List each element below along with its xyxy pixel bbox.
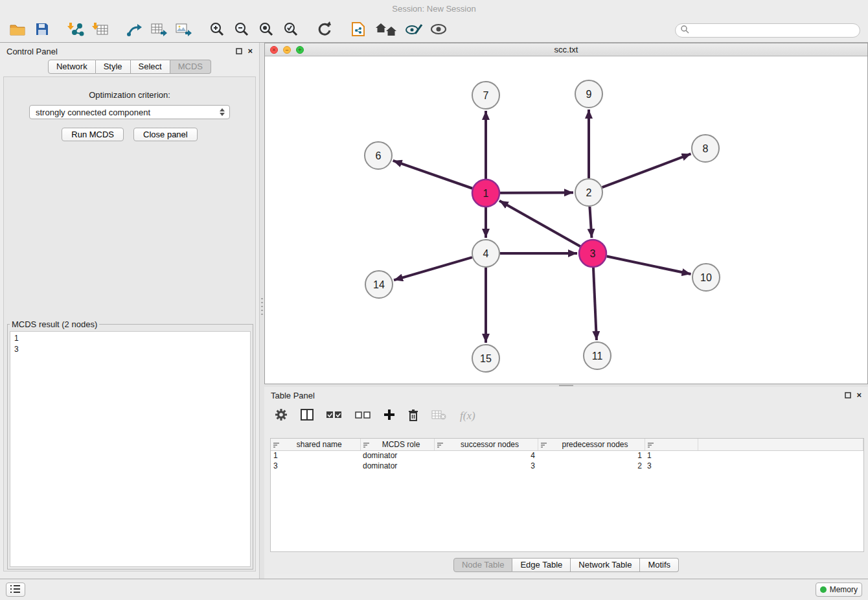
- cell-shared-name[interactable]: 3: [271, 461, 360, 471]
- zoom-selected-button[interactable]: [281, 21, 301, 40]
- cell-name[interactable]: 3: [645, 461, 698, 471]
- save-session-button[interactable]: [32, 21, 52, 40]
- close-panel-button[interactable]: Close panel: [133, 128, 198, 141]
- graph-edge-1-2[interactable]: [500, 192, 573, 193]
- svg-text:1: 1: [483, 188, 489, 199]
- cell-name[interactable]: 1: [645, 450, 698, 461]
- graph-edge-3-11[interactable]: [593, 268, 597, 340]
- toolbar-search[interactable]: [675, 23, 860, 38]
- export-image-button[interactable]: [174, 21, 193, 40]
- delete-table-button[interactable]: [431, 410, 447, 422]
- mcds-result-list[interactable]: 1 3: [10, 331, 251, 567]
- home-pages-button[interactable]: [373, 21, 399, 40]
- graph-node-6[interactable]: 6: [365, 142, 392, 169]
- graph-edge-4-14[interactable]: [394, 257, 472, 280]
- trash-icon: [408, 409, 418, 424]
- style-preview-button[interactable]: [404, 21, 424, 40]
- float-panel-icon[interactable]: [845, 391, 851, 400]
- search-icon: [681, 25, 689, 36]
- table-row[interactable]: 1 dominator 4 1 1: [271, 450, 863, 461]
- delete-table-icon: [431, 410, 447, 422]
- node-table[interactable]: shared name MCDS role successor nodes pr…: [270, 438, 864, 552]
- open-file-button[interactable]: [8, 21, 27, 40]
- cell-successor-nodes[interactable]: 3: [434, 461, 538, 471]
- graph-node-7[interactable]: 7: [472, 82, 499, 109]
- close-window-icon[interactable]: ×: [270, 46, 278, 54]
- minimize-window-icon[interactable]: –: [283, 46, 291, 54]
- network-window-title: scc.txt: [554, 45, 578, 54]
- splitter-grip: [559, 385, 573, 386]
- show-graphics-button[interactable]: [429, 21, 448, 40]
- select-all-button[interactable]: [326, 410, 342, 422]
- column-header-shared-name[interactable]: shared name: [271, 439, 360, 450]
- graph-node-9[interactable]: 9: [575, 80, 602, 108]
- delete-column-button[interactable]: [408, 409, 418, 424]
- table-row[interactable]: 3 dominator 3 2 3: [271, 461, 863, 471]
- graph-node-3[interactable]: 3: [579, 240, 606, 267]
- graph-node-2[interactable]: 2: [575, 179, 602, 206]
- zoom-in-button[interactable]: [207, 21, 227, 40]
- table-settings-button[interactable]: [275, 408, 288, 424]
- cell-predecessor-nodes[interactable]: 2: [538, 461, 645, 471]
- task-history-button[interactable]: [6, 583, 25, 597]
- cell-filler: [698, 461, 863, 471]
- optimization-criterion-label: Optimization criterion:: [4, 90, 255, 100]
- graph-node-8[interactable]: 8: [692, 135, 719, 162]
- cell-shared-name[interactable]: 1: [271, 450, 360, 461]
- network-canvas[interactable]: 7968124314101511: [265, 56, 867, 384]
- cell-mcds-role[interactable]: dominator: [360, 461, 434, 471]
- graph-edge-2-8[interactable]: [602, 154, 691, 187]
- export-network-button[interactable]: [124, 21, 144, 40]
- import-table-button[interactable]: [91, 21, 110, 40]
- search-input[interactable]: [692, 25, 854, 36]
- column-header-predecessor-nodes[interactable]: predecessor nodes: [538, 439, 645, 450]
- tab-node-table[interactable]: Node Table: [453, 558, 513, 572]
- document-network-icon: [351, 21, 365, 40]
- column-header-name[interactable]: [645, 439, 698, 450]
- cell-predecessor-nodes[interactable]: 1: [538, 450, 645, 461]
- column-header-successor-nodes[interactable]: successor nodes: [434, 439, 538, 450]
- maximize-window-icon[interactable]: +: [296, 46, 304, 54]
- network-graph[interactable]: 7968124314101511: [265, 56, 867, 384]
- open-session-file-button[interactable]: [348, 21, 368, 40]
- graph-node-14[interactable]: 14: [365, 271, 393, 298]
- add-column-button[interactable]: [383, 409, 395, 423]
- tab-mcds[interactable]: MCDS: [170, 60, 211, 74]
- tab-motifs[interactable]: Motifs: [640, 558, 679, 572]
- tab-style[interactable]: Style: [96, 60, 131, 74]
- svg-text:2: 2: [586, 187, 592, 198]
- cell-mcds-role[interactable]: dominator: [360, 450, 434, 461]
- tab-edge-table[interactable]: Edge Table: [512, 558, 571, 572]
- memory-button[interactable]: Memory: [816, 583, 862, 597]
- float-panel-icon[interactable]: [236, 47, 242, 56]
- criterion-dropdown[interactable]: strongly connected component: [29, 105, 230, 119]
- tab-select[interactable]: Select: [131, 60, 170, 74]
- cell-successor-nodes[interactable]: 4: [434, 450, 538, 461]
- function-builder-button[interactable]: f(x): [460, 410, 475, 422]
- close-panel-icon[interactable]: ×: [856, 392, 862, 398]
- mcds-result-line: 1: [14, 333, 246, 344]
- vertical-splitter[interactable]: [259, 43, 264, 579]
- zoom-out-button[interactable]: [232, 21, 251, 40]
- export-table-button[interactable]: [149, 21, 168, 40]
- column-header-mcds-role[interactable]: MCDS role: [360, 439, 434, 450]
- tab-network[interactable]: Network: [48, 60, 96, 74]
- import-network-button[interactable]: [66, 21, 86, 40]
- graph-node-4[interactable]: 4: [472, 240, 499, 267]
- close-panel-icon[interactable]: ×: [247, 48, 253, 54]
- deselect-all-button[interactable]: [355, 410, 371, 422]
- graph-node-1[interactable]: 1: [472, 179, 499, 207]
- show-columns-button[interactable]: [301, 409, 314, 423]
- zoom-fit-button[interactable]: [257, 21, 276, 40]
- run-mcds-button[interactable]: Run MCDS: [62, 128, 124, 141]
- graph-edge-3-1[interactable]: [499, 201, 580, 246]
- tab-network-table[interactable]: Network Table: [571, 558, 640, 572]
- graph-edge-3-10[interactable]: [607, 257, 691, 274]
- graph-edge-2-3[interactable]: [589, 207, 591, 238]
- graph-node-11[interactable]: 11: [584, 342, 611, 369]
- refresh-button[interactable]: [315, 21, 334, 40]
- graph-node-15[interactable]: 15: [472, 345, 499, 372]
- graph-edge-1-6[interactable]: [393, 161, 473, 189]
- graph-node-10[interactable]: 10: [692, 264, 720, 291]
- network-window-titlebar[interactable]: × – + scc.txt: [265, 43, 867, 56]
